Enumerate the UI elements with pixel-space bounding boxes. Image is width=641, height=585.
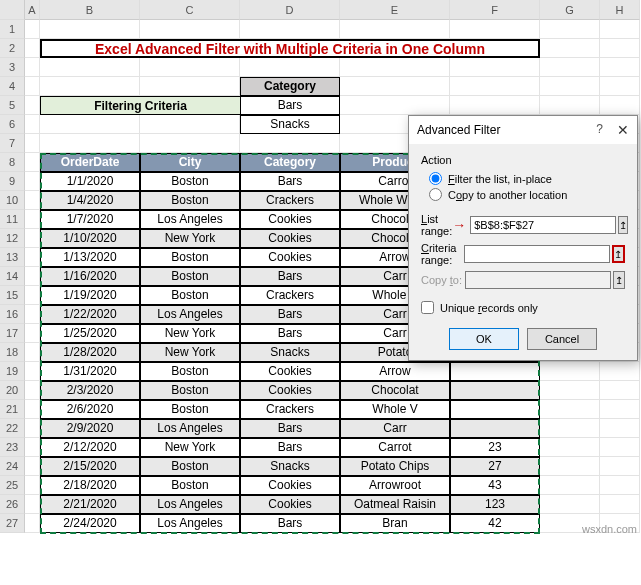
table-cell xyxy=(450,381,540,400)
table-cell: New York xyxy=(140,324,240,343)
col-header[interactable]: C xyxy=(140,0,240,20)
copy-to-input xyxy=(465,271,611,289)
watermark: wsxdn.com xyxy=(582,523,637,535)
table-cell: Arrowroot xyxy=(340,476,450,495)
row-header[interactable]: 4 xyxy=(0,77,25,96)
table-cell: Los Angeles xyxy=(140,514,240,533)
list-range-label: List range: xyxy=(421,213,452,237)
row-header[interactable]: 7 xyxy=(0,134,25,153)
col-header[interactable]: B xyxy=(40,0,140,20)
table-cell: Potato Chips xyxy=(340,457,450,476)
page-title: Excel Advanced Filter with Multiple Crit… xyxy=(40,39,540,58)
col-header[interactable]: E xyxy=(340,0,450,20)
table-cell: New York xyxy=(140,438,240,457)
row-header[interactable]: 19 xyxy=(0,362,25,381)
col-header[interactable]: F xyxy=(450,0,540,20)
list-range-input[interactable] xyxy=(470,216,616,234)
table-cell: Cookies xyxy=(240,381,340,400)
row-header[interactable]: 25 xyxy=(0,476,25,495)
table-cell: Bars xyxy=(240,305,340,324)
table-cell: Bars xyxy=(240,438,340,457)
table-cell: New York xyxy=(140,343,240,362)
row-header[interactable]: 2 xyxy=(0,39,25,58)
table-cell: 123 xyxy=(450,495,540,514)
row-header[interactable]: 27 xyxy=(0,514,25,533)
row-header[interactable]: 12 xyxy=(0,229,25,248)
table-cell: Cookies xyxy=(240,362,340,381)
row-header[interactable]: 18 xyxy=(0,343,25,362)
close-icon[interactable]: ✕ xyxy=(617,122,629,138)
action-label: Action xyxy=(421,154,625,166)
table-header: OrderDate xyxy=(40,153,140,172)
table-cell xyxy=(450,419,540,438)
row-header[interactable]: 1 xyxy=(0,20,25,39)
unique-records-checkbox[interactable]: Unique records only xyxy=(421,301,625,314)
row-header[interactable]: 16 xyxy=(0,305,25,324)
table-cell: 1/1/2020 xyxy=(40,172,140,191)
table-row: 2/24/2020Los AngelesBarsBran42 xyxy=(25,514,640,533)
cancel-button[interactable]: Cancel xyxy=(527,328,597,350)
table-cell: Carrot xyxy=(340,438,450,457)
row-header[interactable]: 10 xyxy=(0,191,25,210)
row-header[interactable]: 17 xyxy=(0,324,25,343)
row-header[interactable]: 23 xyxy=(0,438,25,457)
criteria-value: Bars xyxy=(240,96,340,115)
table-row: 2/18/2020BostonCookiesArrowroot43 xyxy=(25,476,640,495)
table-cell: Snacks xyxy=(240,457,340,476)
row-header[interactable]: 22 xyxy=(0,419,25,438)
filter-inplace-radio[interactable]: Filter the list, in-place xyxy=(429,172,625,185)
col-header[interactable]: D xyxy=(240,0,340,20)
table-cell: Bars xyxy=(240,324,340,343)
table-cell: Cookies xyxy=(240,476,340,495)
table-cell: Boston xyxy=(140,362,240,381)
col-header[interactable]: H xyxy=(600,0,640,20)
row-header[interactable]: 8 xyxy=(0,153,25,172)
criteria-range-collapse-icon[interactable]: ↥ xyxy=(612,245,625,263)
table-row: 2/15/2020BostonSnacksPotato Chips27 xyxy=(25,457,640,476)
dialog-title: Advanced Filter xyxy=(417,123,500,137)
arrow-icon: → xyxy=(452,217,466,233)
help-icon[interactable]: ? xyxy=(596,122,603,138)
row-header[interactable]: 20 xyxy=(0,381,25,400)
col-header[interactable]: A xyxy=(25,0,40,20)
table-cell: Crackers xyxy=(240,191,340,210)
table-cell: Cookies xyxy=(240,210,340,229)
row-header[interactable]: 9 xyxy=(0,172,25,191)
criteria-header: Category xyxy=(240,77,340,96)
row-header[interactable]: 26 xyxy=(0,495,25,514)
table-cell: Los Angeles xyxy=(140,305,240,324)
ok-button[interactable]: OK xyxy=(449,328,519,350)
table-cell: Crackers xyxy=(240,400,340,419)
table-cell: Cookies xyxy=(240,248,340,267)
copy-to-collapse-icon[interactable]: ↥ xyxy=(613,271,625,289)
table-cell: 1/25/2020 xyxy=(40,324,140,343)
row-header[interactable]: 3 xyxy=(0,58,25,77)
row-header[interactable]: 24 xyxy=(0,457,25,476)
criteria-range-input[interactable] xyxy=(464,245,610,263)
row-header[interactable]: 21 xyxy=(0,400,25,419)
table-cell: Oatmeal Raisin xyxy=(340,495,450,514)
col-header[interactable]: G xyxy=(540,0,600,20)
select-all-corner[interactable] xyxy=(0,0,25,20)
table-cell: Boston xyxy=(140,191,240,210)
row-header[interactable]: 13 xyxy=(0,248,25,267)
row-header[interactable]: 11 xyxy=(0,210,25,229)
table-row: 2/9/2020Los AngelesBarsCarr xyxy=(25,419,640,438)
row-header[interactable]: 5 xyxy=(0,96,25,115)
table-cell: Chocolat xyxy=(340,381,450,400)
table-cell: Carr xyxy=(340,419,450,438)
table-cell: Whole V xyxy=(340,400,450,419)
table-cell: 42 xyxy=(450,514,540,533)
row-header[interactable]: 6 xyxy=(0,115,25,134)
table-row: 2/3/2020BostonCookiesChocolat xyxy=(25,381,640,400)
list-range-collapse-icon[interactable]: ↥ xyxy=(618,216,628,234)
copy-location-radio[interactable]: Copy to another location xyxy=(429,188,625,201)
table-cell: Boston xyxy=(140,267,240,286)
row-header[interactable]: 14 xyxy=(0,267,25,286)
table-cell xyxy=(450,362,540,381)
row-header[interactable]: 15 xyxy=(0,286,25,305)
table-cell: Boston xyxy=(140,172,240,191)
table-cell: Bars xyxy=(240,172,340,191)
table-row: 2/6/2020BostonCrackersWhole V xyxy=(25,400,640,419)
table-cell: New York xyxy=(140,229,240,248)
